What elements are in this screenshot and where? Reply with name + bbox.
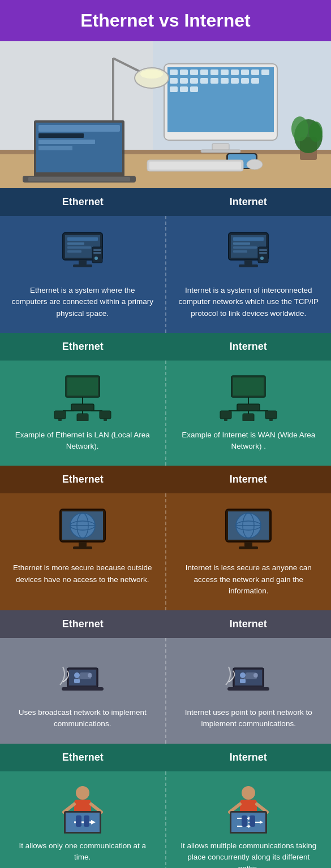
svg-rect-84 [54,411,66,419]
svg-rect-51 [149,162,241,170]
svg-rect-91 [233,377,264,396]
svg-rect-56 [67,242,84,245]
svg-rect-74 [259,249,267,251]
svg-rect-24 [241,78,249,84]
svg-rect-129 [240,679,246,683]
svg-rect-157 [250,815,255,827]
svg-rect-93 [237,404,260,411]
section-3-left-text: Ethernet is more secure because outside … [11,562,154,585]
svg-rect-156 [242,815,247,827]
section-4-content: Uses broadcast network to implement comm… [0,638,331,744]
svg-rect-37 [38,146,72,150]
section-5-right-header: Internet [166,744,332,771]
svg-point-132 [253,673,258,678]
section-2-left-icon [51,372,114,423]
svg-rect-10 [200,70,208,75]
section-5-left-header: Ethernet [0,744,166,771]
section-1-header: Ethernet Internet [0,188,331,216]
section-5-right-icon [217,783,280,834]
svg-rect-26 [170,86,178,92]
svg-line-146 [230,804,240,812]
svg-rect-68 [233,242,250,245]
svg-rect-28 [190,86,198,92]
svg-rect-23 [231,78,239,84]
svg-rect-89 [104,419,107,421]
section-5: Ethernet Internet [0,744,331,869]
section-4-right-text: Internet uses point to point network to … [178,707,320,730]
svg-rect-117 [239,546,258,549]
section-1-right-content: Internet is a system of interconnected c… [166,216,332,333]
section-1: Ethernet Internet [0,188,331,333]
svg-rect-80 [71,404,94,411]
svg-line-136 [64,804,74,812]
svg-point-76 [260,257,264,260]
svg-point-52 [247,159,263,170]
svg-rect-34 [38,125,120,132]
svg-point-64 [94,257,98,260]
svg-rect-20 [200,78,208,84]
svg-point-128 [240,672,246,678]
svg-rect-13 [231,70,239,75]
svg-rect-63 [93,252,101,254]
svg-line-147 [257,804,267,812]
section-1-right-text: Internet is a system of interconnected c… [178,285,320,319]
section-3-left-content: Ethernet is more secure because outside … [0,493,166,610]
svg-rect-143 [84,815,89,827]
svg-rect-17 [170,78,178,84]
section-1-left-header: Ethernet [0,188,166,216]
section-2: Ethernet Internet [0,333,331,466]
svg-point-49 [309,121,323,142]
section-2-left-content: Example of Ethernet is LAN (Local Area N… [0,361,166,466]
svg-rect-57 [67,246,91,249]
svg-rect-18 [180,78,188,84]
section-4-right-icon [217,649,280,700]
section-5-header: Ethernet Internet [0,744,331,771]
section-1-content: Ethernet is a system where the computers… [0,216,331,333]
svg-rect-98 [224,419,227,421]
svg-rect-121 [74,679,80,683]
svg-rect-12 [221,70,229,75]
svg-rect-19 [190,78,198,84]
svg-rect-86 [77,414,88,421]
svg-rect-15 [251,70,259,75]
section-5-right-text: It allows multiple communications taking… [178,840,320,869]
svg-rect-75 [259,252,267,254]
section-1-left-icon [51,227,114,278]
svg-rect-14 [241,70,249,75]
svg-rect-22 [221,78,229,84]
svg-rect-108 [79,542,87,546]
svg-rect-71 [244,260,252,264]
section-4-left-header: Ethernet [0,610,166,638]
section-1-right-header: Internet [166,188,332,216]
section-1-left-content: Ethernet is a system where the computers… [0,216,166,333]
section-3-right-content: Internet is less secure as anyone can ac… [166,493,332,610]
section-2-left-text: Example of Ethernet is LAN (Local Area N… [11,429,154,453]
svg-point-144 [242,786,255,800]
svg-rect-35 [38,133,84,138]
svg-point-124 [88,673,92,678]
svg-rect-116 [244,542,252,546]
section-4-right-content: Internet uses point to point network to … [166,638,332,744]
svg-rect-69 [233,246,257,249]
svg-rect-16 [261,70,269,75]
section-3-right-header: Internet [166,466,332,493]
svg-rect-78 [67,377,98,396]
section-2-content: Example of Ethernet is LAN (Local Area N… [0,361,331,466]
section-4-header: Ethernet Internet [0,610,331,638]
section-4-left-text: Uses broadcast network to implement comm… [11,707,154,730]
section-2-left-header: Ethernet [0,333,166,361]
svg-rect-11 [210,70,218,75]
svg-rect-29 [212,144,229,150]
section-2-right-icon [217,372,280,423]
svg-rect-55 [67,237,98,241]
section-4-left-icon [51,649,114,700]
section-5-right-content: It allows multiple communications taking… [166,771,332,869]
section-3-left-header: Ethernet [0,466,166,493]
svg-rect-6 [167,67,274,132]
svg-rect-30 [201,150,240,153]
svg-rect-133 [227,687,269,691]
svg-rect-27 [180,86,188,92]
section-4-right-header: Internet [166,610,332,638]
svg-rect-21 [210,78,218,84]
svg-rect-60 [73,264,92,267]
